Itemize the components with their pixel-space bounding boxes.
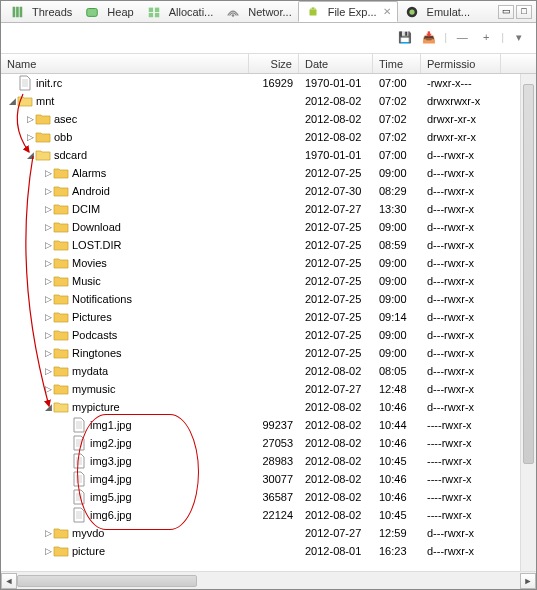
expander-icon[interactable]: ◢ <box>25 150 35 160</box>
file-permissions: drwxrwxr-x <box>421 95 501 107</box>
minimize-view-button[interactable]: ▭ <box>498 5 514 19</box>
col-name[interactable]: Name <box>1 54 249 73</box>
expander-icon[interactable]: ◢ <box>7 96 17 106</box>
file-permissions: d---rwxr-x <box>421 167 501 179</box>
tab-heap[interactable]: Heap <box>78 1 139 22</box>
tree-row[interactable]: img3.jpg289832012-08-0210:45----rwxr-x <box>1 452 536 470</box>
file-name: mypicture <box>72 401 120 413</box>
tree-row[interactable]: ▷Ringtones2012-07-2509:00d---rwxr-x <box>1 344 536 362</box>
expander-icon[interactable]: ▷ <box>43 312 53 322</box>
tree-row[interactable]: ▷Podcasts2012-07-2509:00d---rwxr-x <box>1 326 536 344</box>
expander-icon[interactable]: ▷ <box>43 294 53 304</box>
close-icon[interactable]: ✕ <box>383 6 391 17</box>
tab-allocati[interactable]: Allocati... <box>140 1 220 22</box>
tree-row[interactable]: ▷mydata2012-08-0208:05d---rwxr-x <box>1 362 536 380</box>
tree-row[interactable]: img4.jpg300772012-08-0210:46----rwxr-x <box>1 470 536 488</box>
col-permissions[interactable]: Permissio <box>421 54 501 73</box>
file-permissions: d---rwxr-x <box>421 239 501 251</box>
file-date: 2012-07-27 <box>299 383 373 395</box>
tree-row[interactable]: ▷Pictures2012-07-2509:14d---rwxr-x <box>1 308 536 326</box>
tree-row[interactable]: ▷Alarms2012-07-2509:00d---rwxr-x <box>1 164 536 182</box>
expander-icon[interactable]: ▷ <box>43 546 53 556</box>
new-folder-button[interactable]: + <box>477 28 495 46</box>
tree-row[interactable]: ▷myvdo2012-07-2712:59d---rwxr-x <box>1 524 536 542</box>
expander-icon[interactable]: ▷ <box>43 258 53 268</box>
tree-row[interactable]: ▷obb2012-08-0207:02drwxr-xr-x <box>1 128 536 146</box>
scroll-left-button[interactable]: ◄ <box>1 573 17 589</box>
svg-point-11 <box>314 7 315 8</box>
tab-fileexp[interactable]: File Exp...✕ <box>298 1 398 22</box>
expander-icon[interactable]: ▷ <box>43 222 53 232</box>
tree-row[interactable]: ▷Notifications2012-07-2509:00d---rwxr-x <box>1 290 536 308</box>
expander-icon[interactable]: ▷ <box>43 330 53 340</box>
tab-label: Emulat... <box>427 6 470 18</box>
file-name: Download <box>72 221 121 233</box>
file-time: 09:00 <box>373 221 421 233</box>
tree-row[interactable]: ▷LOST.DIR2012-07-2508:59d---rwxr-x <box>1 236 536 254</box>
expander-icon[interactable]: ▷ <box>25 132 35 142</box>
file-name: Podcasts <box>72 329 117 341</box>
tree-row[interactable]: img2.jpg270532012-08-0210:46----rwxr-x <box>1 434 536 452</box>
file-time: 07:02 <box>373 131 421 143</box>
tree-row[interactable]: ▷picture2012-08-0116:23d---rwxr-x <box>1 542 536 560</box>
tab-threads[interactable]: Threads <box>3 1 78 22</box>
folder-icon <box>53 183 69 199</box>
expander-icon[interactable]: ▷ <box>43 366 53 376</box>
tree-row[interactable]: ▷DCIM2012-07-2713:30d---rwxr-x <box>1 200 536 218</box>
expander-icon[interactable]: ▷ <box>25 114 35 124</box>
expander-icon[interactable]: ▷ <box>43 240 53 250</box>
file-size: 99237 <box>249 419 299 431</box>
folder-icon <box>53 237 69 253</box>
file-date: 2012-08-02 <box>299 401 373 413</box>
col-date[interactable]: Date <box>299 54 373 73</box>
file-name: img6.jpg <box>90 509 132 521</box>
pull-file-button[interactable]: 💾 <box>396 28 414 46</box>
expander-icon[interactable]: ▷ <box>43 168 53 178</box>
tree-row[interactable]: ▷Download2012-07-2509:00d---rwxr-x <box>1 218 536 236</box>
emu-icon <box>404 4 420 20</box>
tab-emulat[interactable]: Emulat... <box>398 1 476 22</box>
tab-label: Networ... <box>248 6 291 18</box>
file-icon <box>71 435 87 451</box>
vertical-scrollbar[interactable] <box>520 74 536 571</box>
delete-button[interactable]: — <box>453 28 471 46</box>
scroll-right-button[interactable]: ► <box>520 573 536 589</box>
file-name: Alarms <box>72 167 106 179</box>
tree-row[interactable]: ▷mymusic2012-07-2712:48d---rwxr-x <box>1 380 536 398</box>
expander-icon[interactable]: ◢ <box>43 402 53 412</box>
tree-row[interactable]: ◢mypicture2012-08-0210:46d---rwxr-x <box>1 398 536 416</box>
file-permissions: ----rwxr-x <box>421 419 501 431</box>
expander-icon[interactable]: ▷ <box>43 186 53 196</box>
file-date: 2012-07-25 <box>299 167 373 179</box>
expander-icon[interactable]: ▷ <box>43 384 53 394</box>
expander-icon[interactable]: ▷ <box>43 276 53 286</box>
tree-row[interactable]: ▷Movies2012-07-2509:00d---rwxr-x <box>1 254 536 272</box>
horizontal-scrollbar[interactable]: ◄ ► <box>1 571 536 589</box>
push-file-button[interactable]: 📥 <box>420 28 438 46</box>
file-time: 09:00 <box>373 257 421 269</box>
maximize-view-button[interactable]: □ <box>516 5 532 19</box>
col-time[interactable]: Time <box>373 54 421 73</box>
expander-icon[interactable]: ▷ <box>43 204 53 214</box>
tree-row[interactable]: ◢mnt2012-08-0207:02drwxrwxr-x <box>1 92 536 110</box>
file-name: Notifications <box>72 293 132 305</box>
expander-icon[interactable]: ▷ <box>43 348 53 358</box>
tree-row[interactable]: img1.jpg992372012-08-0210:44----rwxr-x <box>1 416 536 434</box>
tree-row[interactable]: init.rc169291970-01-0107:00-rwxr-x--- <box>1 74 536 92</box>
tree-row[interactable]: ▷Android2012-07-3008:29d---rwxr-x <box>1 182 536 200</box>
file-date: 2012-08-02 <box>299 113 373 125</box>
file-permissions: d---rwxr-x <box>421 257 501 269</box>
tree-row[interactable]: img6.jpg221242012-08-0210:45----rwxr-x <box>1 506 536 524</box>
tab-networ[interactable]: Networ... <box>219 1 297 22</box>
file-time: 12:59 <box>373 527 421 539</box>
tree-row[interactable]: img5.jpg365872012-08-0210:46----rwxr-x <box>1 488 536 506</box>
tree-row[interactable]: ◢sdcard1970-01-0107:00d---rwxr-x <box>1 146 536 164</box>
expander-icon[interactable]: ▷ <box>43 528 53 538</box>
col-size[interactable]: Size <box>249 54 299 73</box>
file-name: Android <box>72 185 110 197</box>
tree-row[interactable]: ▷asec2012-08-0207:02drwxr-xr-x <box>1 110 536 128</box>
folder-icon <box>53 255 69 271</box>
tree-row[interactable]: ▷Music2012-07-2509:00d---rwxr-x <box>1 272 536 290</box>
view-menu-button[interactable]: ▾ <box>510 28 528 46</box>
svg-rect-7 <box>155 12 159 16</box>
